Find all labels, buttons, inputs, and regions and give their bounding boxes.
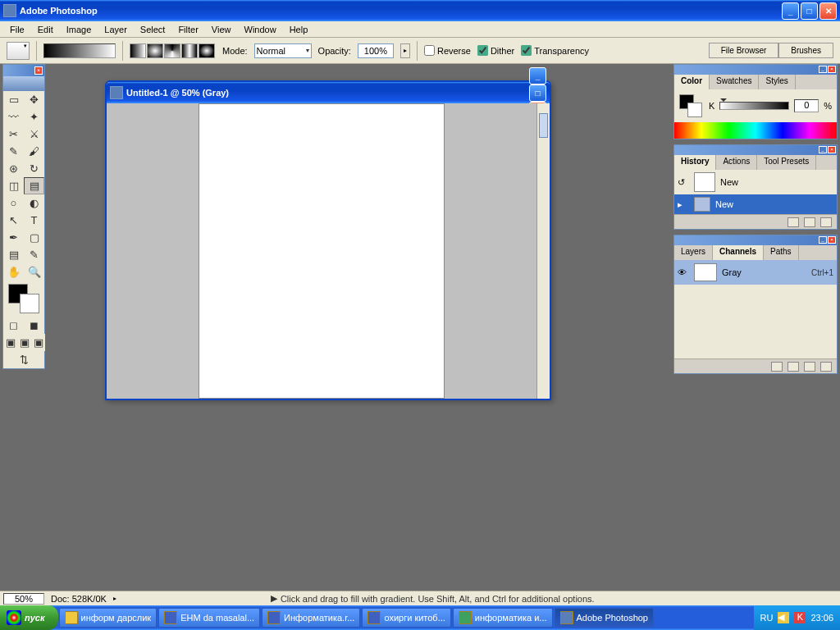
tab-history[interactable]: History xyxy=(674,155,716,170)
lasso-tool[interactable]: 〰 xyxy=(3,108,24,126)
window-maximize-button[interactable]: □ xyxy=(801,2,818,20)
jump-to-imageready-button[interactable]: ⇅ xyxy=(3,351,44,368)
eyedropper-tool[interactable]: ✎ xyxy=(24,246,44,263)
window-close-button[interactable]: ✕ xyxy=(819,2,837,20)
slice-tool[interactable]: ⚔ xyxy=(24,126,44,143)
transparency-checkbox[interactable]: Transparency xyxy=(521,45,589,56)
path-select-tool[interactable]: ↖ xyxy=(3,212,24,229)
vertical-scrollbar[interactable] xyxy=(536,103,550,399)
blend-mode-select[interactable]: Normal xyxy=(254,43,312,58)
zoom-tool[interactable]: 🔍 xyxy=(24,263,44,281)
taskbar-item-active[interactable]: Adobe Photoshop xyxy=(555,608,654,628)
screen-full-button[interactable]: ▣ xyxy=(31,334,45,351)
crop-tool[interactable]: ✂ xyxy=(3,126,24,143)
menu-view[interactable]: View xyxy=(205,23,238,36)
taskbar-item[interactable]: Информатика.r... xyxy=(262,608,360,628)
gradient-linear-button[interactable] xyxy=(130,43,146,58)
document-maximize-button[interactable]: □ xyxy=(529,84,546,102)
gradient-radial-button[interactable] xyxy=(147,43,163,58)
palette-well-file-browser[interactable]: File Browser xyxy=(709,43,779,58)
delete-channel-icon[interactable] xyxy=(820,362,832,372)
gradient-angle-button[interactable] xyxy=(164,43,180,58)
shape-tool[interactable]: ▢ xyxy=(24,229,44,246)
tray-kaspersky-icon[interactable]: K xyxy=(794,612,806,623)
channel-row[interactable]: 👁 Gray Ctrl+1 xyxy=(674,260,837,285)
start-button[interactable]: пуск xyxy=(0,605,58,630)
palette-well-brushes[interactable]: Brushes xyxy=(778,43,833,58)
toolbox-close-icon[interactable]: × xyxy=(34,66,43,75)
tab-actions[interactable]: Actions xyxy=(716,155,757,170)
trash-icon[interactable] xyxy=(820,217,832,227)
quickmask-mode-button[interactable]: ◼ xyxy=(24,317,44,334)
new-channel-icon[interactable] xyxy=(804,362,815,372)
taskbar-item[interactable]: информатика и... xyxy=(453,608,553,628)
tab-swatches[interactable]: Swatches xyxy=(710,75,759,89)
tab-styles[interactable]: Styles xyxy=(759,75,795,89)
tab-color[interactable]: Color xyxy=(674,75,710,89)
hand-tool[interactable]: ✋ xyxy=(3,263,24,281)
clock[interactable]: 23:06 xyxy=(810,613,833,623)
brush-tool[interactable]: 🖌 xyxy=(24,143,44,160)
menu-image[interactable]: Image xyxy=(60,23,98,36)
k-value-input[interactable]: 0 xyxy=(794,99,819,112)
mini-background-color[interactable] xyxy=(687,103,702,117)
language-indicator[interactable]: RU xyxy=(760,613,774,623)
pen-tool[interactable]: ✒ xyxy=(3,229,24,246)
gradient-tool[interactable]: ▤ xyxy=(24,177,44,194)
move-tool[interactable]: ✥ xyxy=(24,91,44,108)
opacity-input[interactable]: 100% xyxy=(358,43,394,58)
dodge-tool[interactable]: ◐ xyxy=(24,194,44,212)
color-panel-close-icon[interactable]: × xyxy=(828,66,836,73)
gradient-picker[interactable] xyxy=(43,43,116,58)
menu-filter[interactable]: Filter xyxy=(171,23,204,36)
eraser-tool[interactable]: ◫ xyxy=(3,177,24,194)
layers-panel-close-icon[interactable]: × xyxy=(828,236,836,244)
history-panel-header[interactable]: _ × xyxy=(674,145,837,155)
gradient-reflected-button[interactable] xyxy=(181,43,198,58)
type-tool[interactable]: T xyxy=(24,212,44,229)
notes-tool[interactable]: ▤ xyxy=(3,246,24,263)
layers-panel-minimize-icon[interactable]: _ xyxy=(819,236,827,244)
tab-channels[interactable]: Channels xyxy=(713,245,764,260)
new-doc-from-state-icon[interactable] xyxy=(788,217,799,227)
layers-panel-header[interactable]: _ × xyxy=(674,235,837,245)
opacity-arrow[interactable]: ▸ xyxy=(400,43,410,58)
menu-layer[interactable]: Layer xyxy=(98,23,134,36)
document-titlebar[interactable]: Untitled-1 @ 50% (Gray) _ □ ✕ xyxy=(107,82,550,103)
history-panel-minimize-icon[interactable]: _ xyxy=(819,146,827,153)
menu-window[interactable]: Window xyxy=(238,23,283,36)
stamp-tool[interactable]: ⊛ xyxy=(3,160,24,177)
menu-select[interactable]: Select xyxy=(134,23,172,36)
menu-file[interactable]: File xyxy=(3,23,31,36)
taskbar-item[interactable]: информ дарслик xyxy=(59,608,158,628)
tab-tool-presets[interactable]: Tool Presets xyxy=(757,155,816,170)
blur-tool[interactable]: ○ xyxy=(3,194,24,212)
visibility-eye-icon[interactable]: 👁 xyxy=(678,267,689,277)
load-selection-icon[interactable] xyxy=(771,362,783,372)
gradient-diamond-button[interactable] xyxy=(199,43,215,58)
tool-preset-picker[interactable] xyxy=(7,42,30,60)
menu-edit[interactable]: Edit xyxy=(31,23,60,36)
screen-standard-button[interactable]: ▣ xyxy=(3,334,17,351)
reverse-checkbox[interactable]: Reverse xyxy=(424,45,471,56)
window-minimize-button[interactable]: _ xyxy=(782,2,799,20)
save-selection-icon[interactable] xyxy=(788,362,799,372)
menu-help[interactable]: Help xyxy=(283,23,315,36)
toolbox-header[interactable]: × xyxy=(3,65,44,76)
color-mini-swatches[interactable] xyxy=(679,94,704,117)
tab-layers[interactable]: Layers xyxy=(674,245,713,260)
tab-paths[interactable]: Paths xyxy=(764,245,799,260)
taskbar-item[interactable]: EHM da masalal... xyxy=(158,608,260,628)
new-snapshot-icon[interactable] xyxy=(804,217,815,227)
history-state[interactable]: ▸ New xyxy=(674,194,837,214)
scrollbar-thumb[interactable] xyxy=(539,113,548,138)
taskbar-item[interactable]: охирги китоб... xyxy=(362,608,450,628)
doc-size-info[interactable]: Doc: 528K/0K xyxy=(51,594,107,604)
color-panel-header[interactable]: _ × xyxy=(674,65,837,75)
document-minimize-button[interactable]: _ xyxy=(529,67,546,84)
canvas[interactable] xyxy=(199,103,445,399)
magic-wand-tool[interactable]: ✦ xyxy=(24,108,44,126)
zoom-input[interactable]: 50% xyxy=(3,593,44,605)
history-snapshot[interactable]: ↺ New xyxy=(674,170,837,194)
history-brush-tool[interactable]: ↻ xyxy=(24,160,44,177)
